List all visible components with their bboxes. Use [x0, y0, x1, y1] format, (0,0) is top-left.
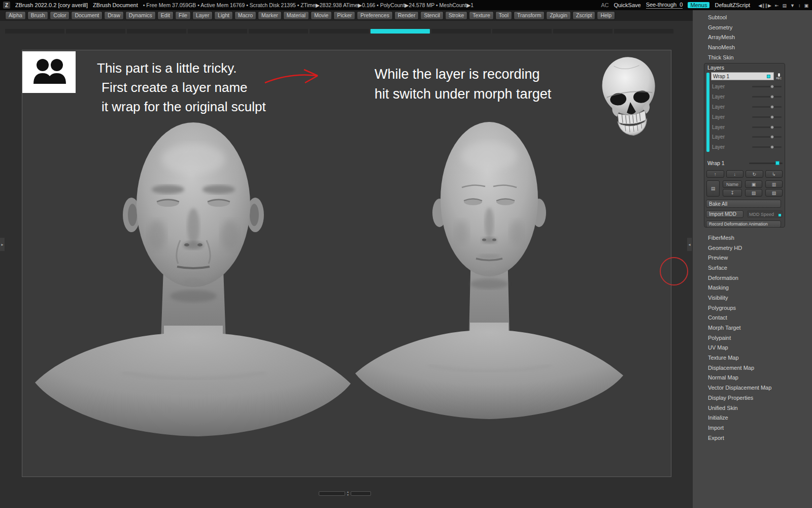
- palette-normal-map[interactable]: Normal Map: [693, 373, 812, 383]
- layer-slider-handle-active[interactable]: [767, 75, 770, 78]
- palette-preview[interactable]: Preview: [693, 252, 812, 263]
- menu-item-stencil[interactable]: Stencil: [420, 11, 444, 20]
- layers-scrollbar[interactable]: [706, 73, 709, 152]
- menu-item-help[interactable]: Help: [597, 11, 615, 20]
- intensity-slider-handle[interactable]: [775, 161, 780, 165]
- menu-item-zscript[interactable]: Zscript: [572, 11, 596, 20]
- menu-item-macro[interactable]: Macro: [234, 11, 256, 20]
- palette-morph-target[interactable]: Morph Target: [693, 323, 812, 333]
- menu-item-movie[interactable]: Movie: [311, 11, 332, 20]
- palette-vector-displacement-map[interactable]: Vector Displacement Map: [693, 383, 812, 393]
- scroll-arrows-icon[interactable]: ◀∥∥▶: [758, 3, 772, 8]
- layer-slider-handle[interactable]: [770, 85, 774, 88]
- layer-row-4[interactable]: Layer: [711, 112, 783, 122]
- menu-item-light[interactable]: Light: [214, 11, 233, 20]
- palette-nanomesh[interactable]: NanoMesh: [693, 42, 812, 52]
- layer-intensity-slider[interactable]: [752, 106, 782, 108]
- menu-item-transform[interactable]: Transform: [514, 11, 545, 20]
- import-mdd-button[interactable]: Import MDD: [706, 210, 743, 218]
- window-icon[interactable]: ▣: [804, 3, 809, 8]
- split-layer-button[interactable]: ▨: [745, 189, 762, 197]
- layer-redo-button[interactable]: ↻: [746, 170, 763, 178]
- palette-arraymesh[interactable]: ArrayMesh: [693, 32, 812, 42]
- dock-left-icon[interactable]: ⇤: [775, 3, 780, 8]
- hscroll-bar-left[interactable]: [319, 491, 345, 496]
- menu-item-preferences[interactable]: Preferences: [357, 11, 393, 20]
- document-tab-8[interactable]: [431, 29, 491, 34]
- layer-intensity-slider[interactable]: [749, 163, 783, 164]
- palette-export[interactable]: Export: [693, 433, 812, 443]
- layer-down-button[interactable]: ↓: [726, 170, 744, 178]
- palette-import[interactable]: Import: [693, 423, 812, 433]
- menu-item-alpha[interactable]: Alpha: [5, 11, 26, 20]
- record-mic-icon[interactable]: REC: [775, 73, 783, 80]
- layer-intensity-slider[interactable]: [752, 136, 782, 138]
- document-tab-10[interactable]: [553, 29, 613, 34]
- mdd-speed-slider[interactable]: MDD Speed: [747, 210, 783, 218]
- palette-deformation[interactable]: Deformation: [693, 273, 812, 283]
- palette-geometry-hd[interactable]: Geometry HD: [693, 243, 812, 253]
- document-tab-11[interactable]: [614, 29, 673, 34]
- layer-slider-handle[interactable]: [770, 115, 774, 119]
- palette-contact[interactable]: Contact: [693, 313, 812, 323]
- rename-layer-button[interactable]: Name: [723, 180, 742, 188]
- menu-item-tool[interactable]: Tool: [495, 11, 512, 20]
- palette-surface[interactable]: Surface: [693, 263, 812, 273]
- document-tab-7[interactable]: [370, 29, 430, 34]
- active-layer-name-field[interactable]: [711, 72, 774, 80]
- collapse-icon[interactable]: ▼: [790, 3, 795, 8]
- layer-slider-handle[interactable]: [770, 105, 774, 109]
- layer-options-button[interactable]: ▧: [765, 189, 783, 197]
- document-tab-1[interactable]: [5, 29, 64, 34]
- bake-all-button[interactable]: Bake All: [706, 200, 781, 208]
- layer-slider-handle[interactable]: [770, 125, 774, 129]
- palette-uv-map[interactable]: UV Map: [693, 343, 812, 353]
- menu-item-render[interactable]: Render: [394, 11, 419, 20]
- palette-display-properties[interactable]: Display Properties: [693, 393, 812, 403]
- layer-intensity-slider[interactable]: [752, 86, 782, 87]
- document-tab-3[interactable]: [127, 29, 186, 34]
- menu-item-marker[interactable]: Marker: [258, 11, 282, 20]
- menu-item-color[interactable]: Color: [50, 11, 70, 20]
- layer-slider-handle[interactable]: [770, 135, 774, 139]
- document-tab-2[interactable]: [66, 29, 125, 34]
- document-tab-4[interactable]: [188, 29, 247, 34]
- palette-displacement-map[interactable]: Displacement Map: [693, 363, 812, 373]
- layer-intensity-slider[interactable]: [752, 126, 782, 128]
- layer-row-7[interactable]: Layer: [711, 142, 783, 152]
- menu-item-document[interactable]: Document: [71, 11, 103, 20]
- duplicate-layer-button[interactable]: ▣: [745, 180, 762, 188]
- layer-intensity-slider[interactable]: [752, 146, 782, 148]
- menu-item-zplugin[interactable]: Zplugin: [546, 11, 570, 20]
- menu-item-stroke[interactable]: Stroke: [445, 11, 467, 20]
- layer-row-6[interactable]: Layer: [711, 132, 783, 142]
- menu-item-file[interactable]: File: [175, 11, 191, 20]
- resize-icon[interactable]: ↕: [798, 3, 801, 8]
- panel-grid-icon[interactable]: ▤: [783, 3, 788, 8]
- palette-visibility[interactable]: Visibility: [693, 293, 812, 303]
- hscroll-bar-right[interactable]: [351, 491, 371, 496]
- menu-item-brush[interactable]: Brush: [27, 11, 48, 20]
- scroll-arrows[interactable]: ▲▼: [347, 491, 349, 496]
- merge-down-button[interactable]: ↧: [723, 189, 742, 197]
- document-frame[interactable]: This part is a little tricky. First crea…: [22, 50, 671, 477]
- layer-slider-handle[interactable]: [770, 145, 774, 149]
- layers-header[interactable]: Layers: [707, 65, 724, 71]
- menu-item-material[interactable]: Material: [283, 11, 309, 20]
- layer-up-button[interactable]: ↑: [706, 170, 724, 178]
- new-layer-button[interactable]: ▤: [706, 180, 720, 197]
- document-tab-9[interactable]: [492, 29, 552, 34]
- delete-layer-button[interactable]: ▥: [765, 180, 783, 188]
- layer-branch-button[interactable]: ↳: [765, 170, 783, 178]
- layer-intensity-slider[interactable]: [752, 96, 782, 98]
- palette-masking[interactable]: Masking: [693, 282, 812, 293]
- record-deformation-button[interactable]: Record Deformation Animation: [706, 220, 781, 228]
- palette-initialize[interactable]: Initialize: [693, 412, 812, 423]
- default-zscript-button[interactable]: DefaultZScript: [715, 2, 750, 8]
- palette-polypaint[interactable]: Polypaint: [693, 333, 812, 343]
- document-canvas[interactable]: This part is a little tricky. First crea…: [0, 21, 693, 508]
- layer-row-1[interactable]: Layer: [711, 82, 783, 92]
- palette-subtool[interactable]: Subtool: [693, 12, 812, 22]
- palette-unified-skin[interactable]: Unified Skin: [693, 403, 812, 413]
- menu-item-dynamics[interactable]: Dynamics: [125, 11, 156, 20]
